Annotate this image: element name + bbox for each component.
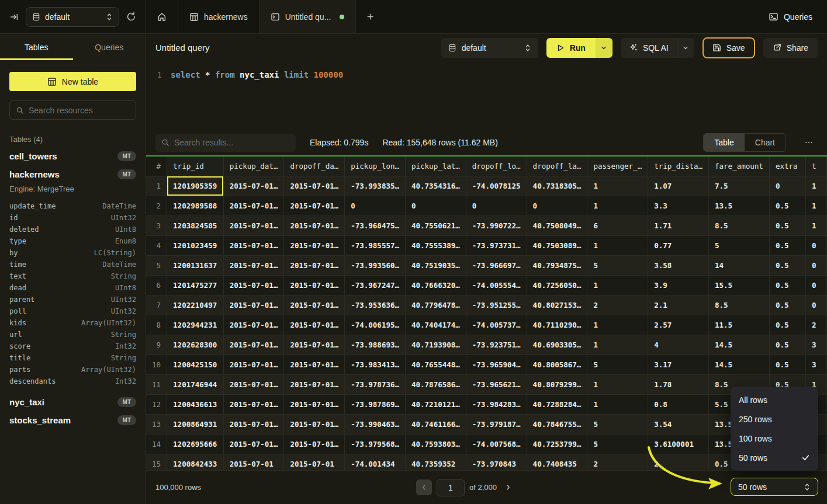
cell[interactable]: 14.5 <box>709 335 770 354</box>
cell[interactable]: 40.7354316… <box>406 176 466 196</box>
share-button[interactable]: Share <box>763 38 818 58</box>
cell[interactable]: 0.5 <box>769 215 805 235</box>
cell[interactable]: 1200864931 <box>167 414 224 434</box>
cell[interactable]: 3.17 <box>648 354 709 374</box>
cell[interactable]: 40.7210121… <box>406 394 466 414</box>
cell[interactable]: 40.8079299… <box>527 374 587 394</box>
cell[interactable]: -73.983413… <box>345 354 406 374</box>
cell[interactable]: 2015-07-01… <box>223 414 284 434</box>
cell[interactable]: 2015-07-01… <box>284 295 345 315</box>
sidebar-table-cell_towers[interactable]: cell_towersMT <box>0 147 146 165</box>
column-header-6[interactable]: dropoff_lo… <box>466 157 527 176</box>
cell[interactable]: -73.988693… <box>345 335 406 354</box>
prev-page-button[interactable] <box>416 479 432 495</box>
sidebar-table-stocks_stream[interactable]: stocks_streamMT <box>0 411 146 429</box>
sql-ai-button[interactable]: SQL AI <box>621 38 677 58</box>
cell[interactable]: 1200425150 <box>167 354 224 374</box>
cell[interactable]: 1202210497 <box>167 295 224 315</box>
view-toggle-table[interactable]: Table <box>704 134 744 151</box>
cell[interactable]: 2015-07-01… <box>284 215 345 235</box>
cell[interactable]: 40.7555389… <box>406 235 466 255</box>
cell[interactable]: 0.8 <box>648 394 709 414</box>
cell[interactable]: 40.7404174… <box>406 315 466 335</box>
cell[interactable]: 2015-07-01… <box>284 275 345 295</box>
cell[interactable]: 0 <box>527 196 587 215</box>
page-size-select[interactable]: 50 rows <box>731 478 818 496</box>
cell[interactable]: 2015-07-01… <box>284 315 345 335</box>
rows-option-250-rows[interactable]: 250 rows <box>731 409 818 429</box>
cell[interactable]: 40.7288284… <box>527 394 587 414</box>
cell[interactable]: 1202989588 <box>167 196 224 215</box>
cell[interactable]: 2015-07-01… <box>284 374 345 394</box>
cell[interactable]: 1 <box>587 335 648 354</box>
cell[interactable]: 4 <box>648 335 709 354</box>
cell[interactable]: 0 <box>805 255 826 275</box>
search-results-input[interactable] <box>174 138 290 147</box>
cell[interactable]: 2015-07-01… <box>284 394 345 414</box>
column-header-8[interactable]: passenger_… <box>587 157 648 176</box>
cell[interactable]: -74.005737… <box>466 315 527 335</box>
cell[interactable]: 0 <box>805 295 826 315</box>
cell[interactable]: 3.58 <box>648 255 709 275</box>
cell[interactable]: 1 <box>587 374 648 394</box>
cell[interactable]: 1202695666 <box>167 434 224 454</box>
cell[interactable]: 40.7503089… <box>527 235 587 255</box>
cell[interactable]: 0.5 <box>769 335 805 354</box>
cell[interactable]: 1201746944 <box>167 374 224 394</box>
cell[interactable]: 40.8005867… <box>527 354 587 374</box>
page-number-input[interactable] <box>437 479 465 496</box>
cell[interactable]: -73.966697… <box>466 255 527 275</box>
cell[interactable]: 2015-07-01… <box>223 215 284 235</box>
cell[interactable]: 2015-07-01… <box>284 235 345 255</box>
cell[interactable]: 0.5 <box>769 235 805 255</box>
cell[interactable]: 40.7666320… <box>406 275 466 295</box>
cell[interactable]: -73.993560… <box>345 255 406 275</box>
sidebar-tab-queries[interactable]: Queries <box>73 34 146 60</box>
cell[interactable]: 2015-07-01… <box>284 414 345 434</box>
run-options-caret[interactable] <box>596 38 613 58</box>
cell[interactable]: 1201475277 <box>167 275 224 295</box>
cell[interactable]: 1 <box>587 235 648 255</box>
cell[interactable]: 1200131637 <box>167 255 224 275</box>
cell[interactable]: 2015-07-01… <box>223 394 284 414</box>
cell[interactable]: 1202944231 <box>167 315 224 335</box>
cell[interactable]: 40.7796478… <box>406 295 466 315</box>
cell[interactable]: 40.7359352 <box>406 454 466 470</box>
cell[interactable]: -73.978736… <box>345 374 406 394</box>
cell[interactable]: 3.9 <box>648 275 709 295</box>
cell[interactable]: 40.7655448… <box>406 354 466 374</box>
cell[interactable]: 11.5 <box>709 315 770 335</box>
cell[interactable]: 14 <box>709 255 770 275</box>
cell[interactable]: 5 <box>587 434 648 454</box>
column-header-11[interactable]: extra <box>769 157 805 176</box>
cell[interactable]: 2015-07-01… <box>223 295 284 315</box>
cell[interactable]: 40.7253799… <box>527 434 587 454</box>
cell[interactable]: 1201023459 <box>167 235 224 255</box>
cell[interactable]: -74.006195… <box>345 315 406 335</box>
cell[interactable]: 1200436613 <box>167 394 224 414</box>
cell[interactable]: 2 <box>587 454 648 470</box>
cell[interactable]: 2015-07-01… <box>223 354 284 374</box>
search-results-field[interactable] <box>155 134 296 152</box>
cell[interactable]: 2015-07-01… <box>223 255 284 275</box>
cell[interactable]: 1 <box>805 176 826 196</box>
tab-untitled-query[interactable]: Untitled qu... <box>259 0 357 33</box>
cell[interactable]: 1 <box>805 196 826 215</box>
cell[interactable]: 2015-07-01… <box>223 196 284 215</box>
column-header-0[interactable]: # <box>146 157 167 176</box>
cell[interactable]: 40.7876586… <box>406 374 466 394</box>
cell[interactable]: 5 <box>587 255 648 275</box>
cell[interactable]: 8.5 <box>709 295 770 315</box>
cell[interactable]: 2015-07-01… <box>223 235 284 255</box>
rows-option-all-rows[interactable]: All rows <box>731 390 818 409</box>
cell[interactable]: 2 <box>805 315 826 335</box>
column-header-7[interactable]: dropoff_la… <box>527 157 587 176</box>
cell[interactable]: 1 <box>587 275 648 295</box>
refresh-icon[interactable] <box>126 12 136 22</box>
cell[interactable]: 2015-07-01… <box>284 434 345 454</box>
cell[interactable]: -73.993835… <box>345 176 406 196</box>
selected-cell[interactable]: 1201905359 <box>167 176 224 196</box>
cell[interactable]: 13.5 <box>709 196 770 215</box>
cell[interactable]: 2015-07-01… <box>223 434 284 454</box>
cell[interactable]: 0.5 <box>769 295 805 315</box>
